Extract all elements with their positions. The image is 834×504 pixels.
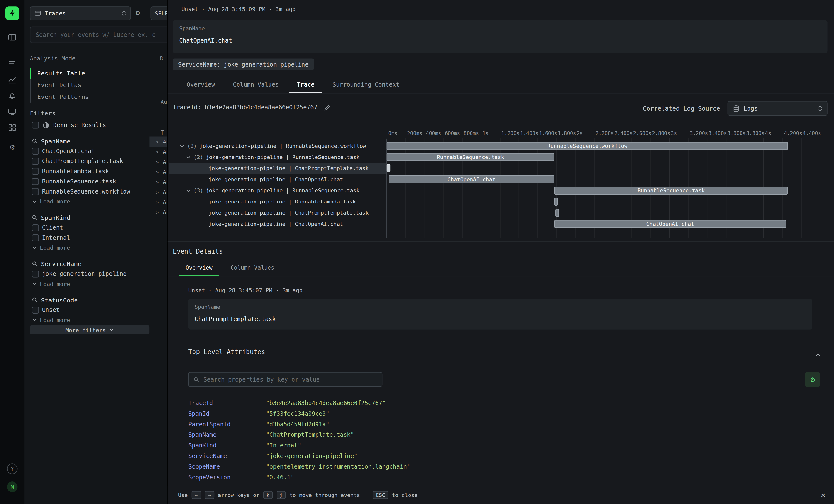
checkbox[interactable] — [32, 178, 39, 185]
span-bar-runnablelambda-task[interactable] — [554, 198, 558, 206]
result-row-partial[interactable]: >A — [149, 207, 168, 217]
denoise-results-toggle[interactable]: Denoise Results — [32, 122, 106, 129]
denoise-checkbox[interactable] — [32, 122, 39, 129]
row-expand-chevron-icon[interactable]: > — [156, 189, 159, 195]
attribute-value[interactable]: "ChatPromptTemplate.task" — [266, 431, 354, 438]
analysis-mode-results-table[interactable]: Results Table — [30, 68, 89, 79]
row-expand-chevron-icon[interactable]: > — [156, 200, 159, 205]
collapse-section-button[interactable] — [815, 350, 821, 360]
filter-runnablelambda-task[interactable]: RunnableLambda.task — [32, 166, 145, 176]
trace-tree-row[interactable]: joke-generation-pipeline | ChatOpenAI.ch… — [168, 219, 386, 230]
trace-tree-row[interactable]: joke-generation-pipeline | ChatPromptTem… — [168, 207, 386, 219]
span-bar-chatopenai-chat[interactable]: ChatOpenAI.chat — [554, 220, 786, 228]
attribute-key-scopename[interactable]: ScopeName — [189, 463, 266, 470]
trace-tree-row[interactable]: (2)joke-generation-pipeline | RunnableSe… — [168, 152, 386, 163]
checkbox[interactable] — [32, 188, 39, 195]
attribute-value[interactable]: "5f33fec134a09ce3" — [266, 410, 329, 417]
filter-client[interactable]: Client — [32, 223, 145, 233]
result-row-partial[interactable]: >A — [149, 177, 168, 187]
load-more-spanname[interactable]: Load more — [32, 197, 145, 206]
attribute-key-traceid[interactable]: TraceId — [189, 399, 266, 407]
span-bar-chatopenai-chat[interactable]: ChatOpenAI.chat — [389, 176, 554, 183]
row-expand-chevron-icon[interactable]: > — [156, 179, 159, 185]
tab-trace[interactable]: Trace — [289, 77, 322, 93]
edit-pencil-icon[interactable] — [324, 105, 330, 111]
filter-internal[interactable]: Internal — [32, 233, 145, 243]
tab-overview[interactable]: Overview — [179, 260, 219, 276]
attribute-key-spanid[interactable]: SpanId — [189, 410, 266, 417]
alerts-bell-icon[interactable] — [0, 91, 24, 100]
help-button[interactable]: ? — [0, 463, 24, 474]
checkbox[interactable] — [32, 306, 39, 314]
tab-column-values[interactable]: Column Values — [225, 77, 286, 93]
row-expand-chevron-icon[interactable]: > — [156, 209, 159, 215]
checkbox[interactable] — [32, 224, 39, 231]
row-expand-chevron-icon[interactable]: > — [156, 169, 159, 175]
panel-toggle-icon[interactable] — [0, 33, 24, 41]
properties-search-input[interactable] — [203, 376, 377, 383]
checkbox[interactable] — [32, 234, 39, 242]
tab-column-values[interactable]: Column Values — [224, 260, 281, 276]
tab-surrounding-context[interactable]: Surrounding Context — [325, 77, 407, 93]
row-expand-chevron-icon[interactable]: > — [156, 139, 159, 144]
attributes-settings-button[interactable]: ⚙ — [805, 372, 820, 387]
properties-search[interactable] — [189, 372, 382, 387]
attribute-value[interactable]: "Internal" — [266, 442, 301, 449]
result-row-partial[interactable]: >A — [149, 136, 168, 146]
chart-icon[interactable] — [0, 75, 24, 84]
attribute-key-scopeversion[interactable]: ScopeVersion — [189, 474, 266, 481]
load-more-spankind[interactable]: Load more — [32, 243, 145, 253]
analysis-mode-event-deltas[interactable]: Event Deltas — [30, 79, 89, 91]
checkbox[interactable] — [32, 271, 39, 277]
attribute-key-parentspanid[interactable]: ParentSpanId — [189, 420, 266, 428]
filter-runnablesequence-task[interactable]: RunnableSequence.task — [32, 176, 145, 187]
filter-chatopenai-chat[interactable]: ChatOpenAI.chat — [32, 146, 145, 156]
span-bar-chatprompttemplate-task[interactable] — [555, 209, 559, 217]
tab-overview[interactable]: Overview — [179, 77, 222, 93]
more-filters-button[interactable]: More filters — [30, 325, 149, 334]
attribute-value[interactable]: "b3e4e2aa83bb4c4dea8ae66e0f25e767" — [266, 399, 386, 407]
sessions-monitor-icon[interactable] — [0, 108, 24, 116]
trace-tree-row[interactable]: (3)joke-generation-pipeline | RunnableSe… — [168, 185, 386, 196]
row-expand-chevron-icon[interactable]: > — [156, 149, 159, 154]
result-row-partial[interactable]: >A — [149, 197, 168, 207]
row-expand-chevron-icon[interactable]: > — [156, 159, 159, 164]
attribute-value[interactable]: "0.46.1" — [266, 474, 294, 481]
dashboards-grid-icon[interactable] — [0, 123, 24, 132]
span-bar-runnablesequence-workflow[interactable]: RunnableSequence.workflow — [387, 142, 788, 150]
trace-tree-row[interactable]: joke-generation-pipeline | ChatOpenAI.ch… — [168, 174, 386, 185]
checkbox[interactable] — [32, 158, 39, 165]
checkbox[interactable] — [32, 168, 39, 175]
result-row-partial[interactable]: >A — [149, 167, 168, 177]
settings-gear-icon[interactable]: ⚙ — [0, 142, 24, 152]
attribute-key-servicename[interactable]: ServiceName — [189, 453, 266, 459]
attribute-value[interactable]: "joke-generation-pipeline" — [266, 453, 357, 459]
filter-runnablesequence-workflow[interactable]: RunnableSequence.workflow — [32, 187, 145, 197]
result-row-partial[interactable]: >A — [149, 187, 168, 197]
trace-tree-row[interactable]: joke-generation-pipeline | ChatPromptTem… — [168, 163, 386, 174]
filter-joke-generation-pipeline[interactable]: joke-generation-pipeline — [32, 269, 145, 279]
attribute-value[interactable]: "d3ba5d459fd2d91a" — [266, 420, 329, 428]
analysis-mode-event-patterns[interactable]: Event Patterns — [30, 91, 89, 102]
logs-icon[interactable] — [0, 60, 24, 68]
result-row-partial[interactable]: >A — [149, 146, 168, 157]
span-bar-chatprompttemplate-task[interactable] — [387, 164, 391, 172]
trace-tree-row[interactable]: joke-generation-pipeline | RunnableLambd… — [168, 196, 386, 207]
span-bar-runnablesequence-task[interactable]: RunnableSequence.task — [387, 153, 554, 161]
log-source-select[interactable]: Logs — [728, 101, 828, 116]
select-columns-button-partial[interactable]: SELE — [151, 6, 168, 20]
load-more-statuscode[interactable]: Load more — [32, 315, 145, 325]
attribute-value[interactable]: "opentelemetry.instrumentation.langchain… — [266, 463, 410, 470]
attribute-key-spanname[interactable]: SpanName — [189, 431, 266, 438]
filter-chatprompttemplate-task[interactable]: ChatPromptTemplate.task — [32, 156, 145, 166]
filter-unset[interactable]: Unset — [32, 305, 145, 315]
trace-tree-row[interactable]: (2)joke-generation-pipeline | RunnableSe… — [168, 140, 386, 152]
result-row-partial[interactable]: >A — [149, 157, 168, 167]
load-more-servicename[interactable]: Load more — [32, 279, 145, 289]
span-bar-runnablesequence-task[interactable]: RunnableSequence.task — [554, 187, 788, 194]
close-drawer-button[interactable]: × — [821, 490, 826, 500]
app-logo[interactable] — [0, 6, 24, 20]
checkbox[interactable] — [32, 148, 39, 155]
source-select[interactable]: Traces — [30, 6, 131, 20]
attribute-key-spankind[interactable]: SpanKind — [189, 442, 266, 449]
